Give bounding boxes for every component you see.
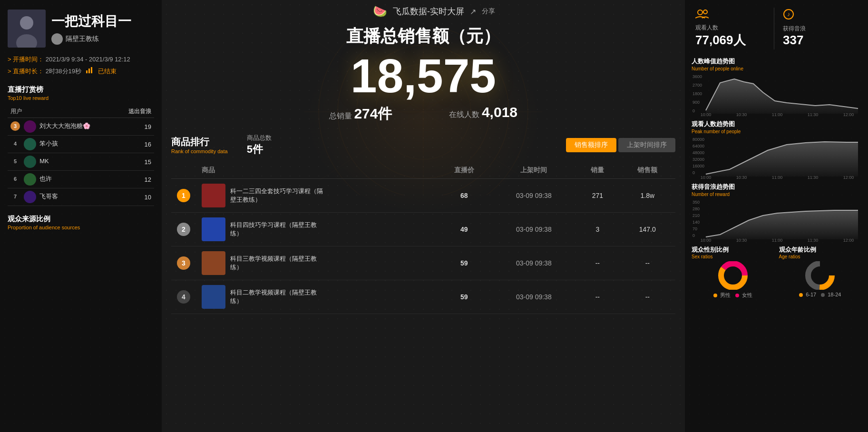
sub-stats: 总销量 274件 在线人数 4,018 <box>162 104 685 124</box>
svg-text:280: 280 <box>692 206 700 211</box>
reward-icon: ♪ <box>783 9 794 23</box>
product-table: 商品 直播价 上架时间 销量 销售额 1 科一二三四全套技巧学习课程（隔壁王教练… <box>171 162 675 314</box>
stats-divider <box>774 8 774 49</box>
reward-rank: 6 也许 <box>8 171 117 188</box>
rewards-value: 337 <box>783 33 803 48</box>
top-stats: 观看人数 77,069人 ♪ 获得音浪 337 <box>692 5 861 52</box>
product-sales-cell: -- <box>575 280 619 314</box>
svg-text:11:30: 11:30 <box>808 112 819 116</box>
left-panel: 一把过科目一 隔壁王教练 > 开播时间： 2021/3/9 9:34 - 202… <box>0 0 162 432</box>
product-name-cell: 科目四技巧学习课程（隔壁王教练） <box>196 213 436 246</box>
peak-chart-subtitle: Number of people online <box>692 66 861 71</box>
commodity-title-block: 商品排行 Rank of commodity data <box>171 136 228 154</box>
streamer-info: 一把过科目一 隔壁王教练 <box>8 10 154 48</box>
age-legend: 6-17 18-24 <box>799 292 841 297</box>
reward-section: 直播打赏榜 Top10 live reward 用户 送出音浪 3 刘大大大泡泡… <box>8 85 154 206</box>
reward-chart-title: 获得音浪趋势图 <box>692 183 861 191</box>
product-price-cell: 49 <box>436 213 492 246</box>
reward-value: 15 <box>117 153 154 171</box>
reward-value: 10 <box>117 188 154 206</box>
commodity-subtitle: Rank of commodity data <box>171 148 228 154</box>
age-18-24-legend: 18-24 <box>821 292 841 297</box>
reward-chart-section: 获得音浪趋势图 Number of reward 350 280 210 140… <box>692 183 861 242</box>
svg-text:12:00: 12:00 <box>843 175 854 179</box>
product-rank-cell: 1 <box>171 179 196 213</box>
svg-text:♪: ♪ <box>787 11 790 18</box>
svg-text:1800: 1800 <box>692 91 702 96</box>
product-name: 科目三教学视频课程（隔壁王教练） <box>230 255 325 272</box>
audience-subtitle: Proportion of audience sources <box>8 225 154 230</box>
audience-title: 观众来源比例 <box>8 215 154 224</box>
svg-text:70: 70 <box>692 226 697 231</box>
time-value: 2021/3/9 9:34 - 2021/3/9 12:12 <box>46 56 130 63</box>
svg-text:10:00: 10:00 <box>701 112 712 116</box>
product-price-cell: 59 <box>436 246 492 280</box>
streamer-avatar <box>8 10 46 48</box>
reward-row: 7 飞哥客 10 <box>8 188 154 206</box>
reward-value: 12 <box>117 171 154 188</box>
viewers-chart-subtitle: Peak number of people <box>692 129 861 134</box>
svg-text:11:30: 11:30 <box>808 238 819 242</box>
total-sales-label: 总销量 <box>329 112 352 120</box>
reward-chart-subtitle: Number of reward <box>692 192 861 197</box>
svg-text:0: 0 <box>692 170 695 175</box>
sort-sales-button[interactable]: 销售额排序 <box>566 138 616 152</box>
ended-badge: 已结束 <box>98 68 117 75</box>
product-row: 4 科目二教学视频课程（隔壁王教练） 59 03-09 09:38 -- -- <box>171 280 675 314</box>
svg-text:10:00: 10:00 <box>701 175 712 179</box>
reward-user-name: MK <box>39 157 49 165</box>
svg-text:11:00: 11:00 <box>772 175 783 179</box>
col-price-header: 直播价 <box>436 162 492 179</box>
product-sales-cell: 3 <box>575 213 619 246</box>
reward-rank: 4 笨小孩 <box>8 136 117 153</box>
reward-subtitle: Top10 live reward <box>8 95 154 101</box>
product-row: 1 科一二三四全套技巧学习课程（隔壁王教练） 68 03-09 09:38 27… <box>171 179 675 213</box>
sex-pie-chart <box>709 261 757 290</box>
svg-rect-3 <box>86 70 88 73</box>
svg-text:12:00: 12:00 <box>843 112 854 116</box>
product-time-cell: 03-09 09:38 <box>492 246 576 280</box>
broadcast-duration-row: > 直播时长： 2时38分19秒 已结束 <box>8 67 154 76</box>
bottom-charts: 观众性别比例 Sex ratios 男性 女性 <box>692 245 861 299</box>
viewers-stat: 观看人数 77,069人 <box>692 5 774 52</box>
col-revenue-header: 销售额 <box>620 162 675 179</box>
product-revenue-cell: 147.0 <box>620 213 675 246</box>
sex-ratio-subtitle: Sex ratios <box>692 254 774 259</box>
commodity-title: 商品排行 <box>171 136 228 148</box>
product-revenue-cell: -- <box>620 246 675 280</box>
center-panel: 直播总销售额（元） 18,575 总销量 274件 在线人数 4,018 商品排… <box>162 0 685 432</box>
time-label: > 开播时间： <box>8 56 44 63</box>
peak-chart-section: 人数峰值趋势图 Number of people online 3600 270… <box>692 57 861 116</box>
svg-text:900: 900 <box>692 100 700 105</box>
product-price-cell: 59 <box>436 280 492 314</box>
product-name-cell: 科一二三四全套技巧学习课程（隔壁王教练） <box>196 179 436 212</box>
viewers-chart-title: 观看人数趋势图 <box>692 120 861 128</box>
sort-time-button[interactable]: 上架时间排序 <box>618 138 675 152</box>
reward-row: 6 也许 12 <box>8 171 154 188</box>
svg-text:0: 0 <box>692 108 695 113</box>
svg-text:48000: 48000 <box>692 150 704 155</box>
peak-chart-area: 3600 2700 1800 900 0 10:00 10:30 11:00 <box>692 73 861 116</box>
product-revenue-cell: -- <box>620 280 675 314</box>
col-time-header: 上架时间 <box>492 162 576 179</box>
reward-rank: 3 刘大大大泡泡糖🌸 <box>8 118 117 136</box>
sub-name: 隔壁王教练 <box>66 35 99 43</box>
rank-badge: 1 <box>177 189 190 202</box>
svg-text:64000: 64000 <box>692 144 704 148</box>
product-revenue-cell: 1.8w <box>620 179 675 213</box>
svg-rect-4 <box>88 69 90 73</box>
reward-table: 用户 送出音浪 3 刘大大大泡泡糖🌸 19 4 笨小孩 16 5 <box>8 106 154 206</box>
svg-point-1 <box>20 16 33 29</box>
reward-user-name: 也许 <box>39 175 52 182</box>
reward-row: 4 笨小孩 16 <box>8 136 154 153</box>
total-sales-value: 274件 <box>354 106 392 121</box>
product-time-cell: 03-09 09:38 <box>492 213 576 246</box>
viewers-chart-section: 观看人数趋势图 Peak number of people 80000 6400… <box>692 120 861 179</box>
col-reward: 送出音浪 <box>117 106 154 118</box>
peak-chart-title: 人数峰值趋势图 <box>692 57 861 66</box>
svg-point-14 <box>698 10 702 15</box>
svg-text:11:00: 11:00 <box>772 238 783 242</box>
viewers-chart-area: 80000 64000 48000 32000 16000 0 10:00 10… <box>692 136 861 179</box>
duration-value: 2时38分19秒 <box>46 68 81 75</box>
age-pie-chart <box>796 261 844 290</box>
